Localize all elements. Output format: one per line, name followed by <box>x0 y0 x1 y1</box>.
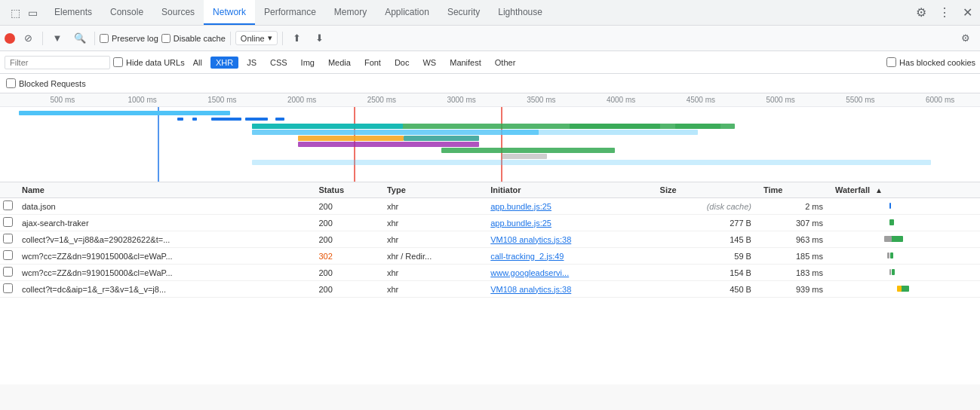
cell-waterfall <box>829 281 980 298</box>
th-type[interactable]: Type <box>381 182 484 198</box>
tick-4000: 4000 ms <box>581 96 661 104</box>
upload-icon[interactable]: ⬆ <box>287 29 307 48</box>
table-container[interactable]: Name Status Type Initiator Size Time Wat… <box>0 182 980 384</box>
has-blocked-cookies-checkbox[interactable] <box>886 57 896 67</box>
cell-size: 277 B <box>654 215 757 231</box>
tick-500: 500 ms <box>23 96 103 104</box>
filter-icon[interactable]: ▼ <box>48 29 67 48</box>
th-status[interactable]: Status <box>312 182 381 198</box>
cell-name: collect?t=dc&aip=1&_r=3&v=1&_v=j8... <box>16 281 312 298</box>
table-row[interactable]: data.json200xhrapp.bundle.js:25(disk cac… <box>0 198 980 215</box>
cell-initiator[interactable]: app.bundle.js:25 <box>484 198 653 215</box>
cell-initiator[interactable]: app.bundle.js:25 <box>484 215 653 231</box>
cell-initiator[interactable]: VM108 analytics.js:38 <box>484 231 653 248</box>
filter-input[interactable] <box>5 56 110 69</box>
cell-time: 307 ms <box>757 215 829 231</box>
filter-manifest[interactable]: Manifest <box>444 57 487 69</box>
has-blocked-cookies-label[interactable]: Has blocked cookies <box>886 57 975 67</box>
tab-console[interactable]: Console <box>101 0 152 25</box>
row-checkbox[interactable] <box>3 200 13 210</box>
cell-initiator[interactable]: VM108 analytics.js:38 <box>484 281 653 298</box>
table-row[interactable]: collect?v=1&_v=j88&a=290282622&t=...200x… <box>0 231 980 248</box>
toolbar-settings-icon-right[interactable]: ⚙ <box>956 29 975 48</box>
table-row[interactable]: wcm?cc=ZZ&dn=919015000&cl=eWaP...200xhrw… <box>0 265 980 281</box>
tab-performance[interactable]: Performance <box>255 0 325 25</box>
hide-data-urls-checkbox[interactable] <box>113 57 123 67</box>
filter-doc[interactable]: Doc <box>389 57 415 69</box>
settings-icon[interactable]: ⚙ <box>911 2 931 23</box>
filter-img[interactable]: Img <box>296 57 320 69</box>
cell-waterfall <box>829 231 980 248</box>
tab-network[interactable]: Network <box>204 0 255 25</box>
download-icon[interactable]: ⬇ <box>310 29 330 48</box>
search-icon[interactable]: 🔍 <box>70 29 90 48</box>
preserve-log-label[interactable]: Preserve log <box>100 34 158 43</box>
filter-media[interactable]: Media <box>323 57 356 69</box>
svg-rect-19 <box>502 130 698 135</box>
tab-application[interactable]: Application <box>376 0 438 25</box>
table-row[interactable]: ajax-search-traker200xhrapp.bundle.js:25… <box>0 215 980 231</box>
row-checkbox[interactable] <box>3 283 13 293</box>
th-waterfall[interactable]: Waterfall ▲ <box>829 182 980 198</box>
svg-rect-11 <box>252 130 539 135</box>
filter-all[interactable]: All <box>188 57 207 69</box>
cell-initiator[interactable]: call-tracking_2.js:49 <box>484 248 653 265</box>
tab-elements[interactable]: Elements <box>45 0 101 25</box>
svg-rect-7 <box>245 118 268 121</box>
row-checkbox[interactable] <box>3 267 13 277</box>
online-select[interactable]: Online ▾ <box>235 31 278 45</box>
row-checkbox[interactable] <box>3 250 13 260</box>
filter-font[interactable]: Font <box>359 57 386 69</box>
cell-status: 302 <box>312 248 381 265</box>
cell-name: collect?v=1&_v=j88&a=290282622&t=... <box>16 231 312 248</box>
cursor-icon[interactable]: ⬚ <box>8 4 23 22</box>
filter-other[interactable]: Other <box>490 57 521 69</box>
cell-waterfall <box>829 198 980 215</box>
th-checkbox <box>0 182 16 198</box>
th-name[interactable]: Name <box>16 182 312 198</box>
cell-initiator[interactable]: www.googleadservi... <box>484 265 653 281</box>
svg-rect-4 <box>177 118 183 121</box>
table-row[interactable]: collect?t=dc&aip=1&_r=3&v=1&_v=j8...200x… <box>0 281 980 298</box>
table-row[interactable]: wcm?cc=ZZ&dn=919015000&cl=eWaP...302xhr … <box>0 248 980 265</box>
close-icon[interactable]: ✕ <box>958 2 977 23</box>
tab-lighthouse[interactable]: Lighthouse <box>489 0 551 25</box>
separator-3 <box>230 32 231 45</box>
svg-rect-18 <box>502 154 547 159</box>
th-initiator[interactable]: Initiator <box>484 182 653 198</box>
clear-button[interactable]: ⊘ <box>18 29 38 48</box>
hide-data-urls-label[interactable]: Hide data URLs <box>113 57 185 67</box>
tab-memory[interactable]: Memory <box>325 0 376 25</box>
blocked-requests-checkbox[interactable] <box>6 78 16 88</box>
tab-sources[interactable]: Sources <box>152 0 204 25</box>
row-checkbox[interactable] <box>3 217 13 227</box>
record-button[interactable] <box>5 33 15 44</box>
svg-rect-14 <box>441 148 615 153</box>
cell-name: data.json <box>16 198 312 215</box>
table-body: data.json200xhrapp.bundle.js:25(disk cac… <box>0 198 980 298</box>
separator-1 <box>42 32 43 45</box>
th-size[interactable]: Size <box>654 182 757 198</box>
svg-rect-10 <box>252 124 403 129</box>
preserve-log-checkbox[interactable] <box>100 34 109 43</box>
filter-js[interactable]: JS <box>241 57 262 69</box>
more-icon[interactable]: ⋮ <box>934 2 955 23</box>
cell-status: 200 <box>312 281 381 298</box>
waterfall-bar <box>889 203 891 209</box>
filter-xhr[interactable]: XHR <box>210 57 238 69</box>
th-time[interactable]: Time <box>757 182 829 198</box>
cell-size: (disk cache) <box>654 198 757 215</box>
svg-rect-16 <box>570 124 660 129</box>
tab-security[interactable]: Security <box>438 0 489 25</box>
filter-css[interactable]: CSS <box>265 57 293 69</box>
row-checkbox[interactable] <box>3 234 13 243</box>
disable-cache-label[interactable]: Disable cache <box>161 34 226 43</box>
svg-rect-17 <box>675 124 720 129</box>
cell-type: xhr <box>381 231 484 248</box>
filter-ws[interactable]: WS <box>417 57 441 69</box>
timeline-chart[interactable] <box>0 107 980 182</box>
disable-cache-checkbox[interactable] <box>161 34 171 43</box>
device-icon[interactable]: ▭ <box>25 4 41 22</box>
tick-6000: 6000 ms <box>900 96 980 104</box>
blocked-requests-label[interactable]: Blocked Requests <box>6 78 86 88</box>
